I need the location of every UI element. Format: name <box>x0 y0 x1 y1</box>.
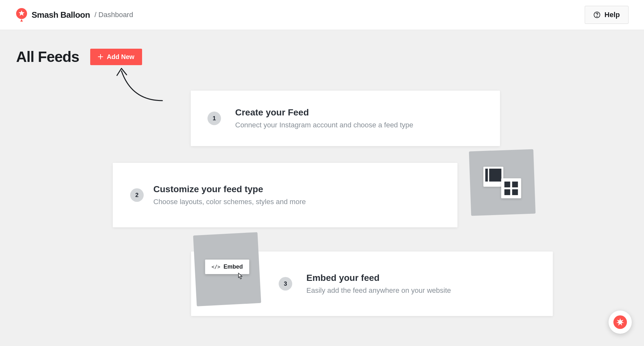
main-content: All Feeds Add New 1 Create your Feed Con… <box>0 30 644 65</box>
layout-preview-graphic <box>469 149 536 216</box>
code-icon: </> <box>212 264 220 270</box>
svg-point-2 <box>597 16 597 17</box>
header-left: Smash Balloon / Dashboard <box>15 8 133 22</box>
brand-logo-wrapper[interactable]: Smash Balloon <box>15 8 90 22</box>
step-text: Create your Feed Connect your Instagram … <box>235 107 413 129</box>
brand-name: Smash Balloon <box>32 10 90 20</box>
page-title: All Feeds <box>16 48 79 65</box>
help-button[interactable]: Help <box>585 6 629 24</box>
breadcrumb: / Dashboard <box>94 11 133 19</box>
step-title: Customize your feed type <box>153 184 306 194</box>
step-card-customize-feed: 2 Customize your feed type Choose layout… <box>113 163 457 227</box>
help-button-label: Help <box>604 11 620 19</box>
embed-mini-button-graphic: </> Embed <box>205 260 249 274</box>
layout-thumbnail-grid <box>501 178 521 198</box>
balloon-icon <box>15 8 28 22</box>
step-number-badge: 2 <box>130 188 144 202</box>
plus-icon <box>98 54 103 59</box>
step-description: Easily add the feed anywhere on your web… <box>306 286 451 295</box>
step-number-badge: 3 <box>279 277 292 291</box>
add-new-label: Add New <box>107 53 135 61</box>
pointer-arrow-icon <box>112 65 164 102</box>
step-title: Create your Feed <box>235 107 413 118</box>
step-card-create-feed: 1 Create your Feed Connect your Instagra… <box>191 91 500 146</box>
embed-mini-label: Embed <box>224 263 243 270</box>
floating-help-inner <box>613 315 627 329</box>
help-circle-icon <box>593 11 601 18</box>
page-header: All Feeds Add New <box>16 48 629 65</box>
embed-preview-graphic: </> Embed <box>193 232 261 306</box>
cursor-pointer-icon <box>236 272 244 281</box>
balloon-burst-icon <box>616 318 624 326</box>
step-title: Embed your feed <box>306 273 451 283</box>
app-header: Smash Balloon / Dashboard Help <box>0 0 644 30</box>
step-text: Embed your feed Easily add the feed anyw… <box>306 273 451 295</box>
step-description: Choose layouts, color schemes, styles an… <box>153 198 306 206</box>
step-text: Customize your feed type Choose layouts,… <box>153 184 306 206</box>
step-number-badge: 1 <box>207 112 221 125</box>
layout-thumbnail-single <box>483 167 503 187</box>
add-new-button[interactable]: Add New <box>90 49 142 65</box>
step-description: Connect your Instagram account and choos… <box>235 121 413 129</box>
floating-help-button[interactable] <box>609 311 632 334</box>
